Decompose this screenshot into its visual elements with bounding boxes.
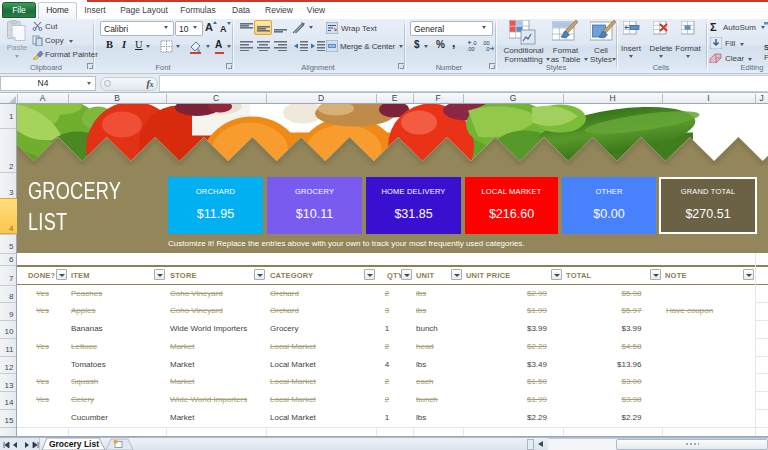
svg-text:.00: .00 [467,46,475,52]
svg-text:S: S [764,43,768,52]
svg-text:.0: .0 [485,46,490,52]
svg-text:F: F [764,53,768,62]
